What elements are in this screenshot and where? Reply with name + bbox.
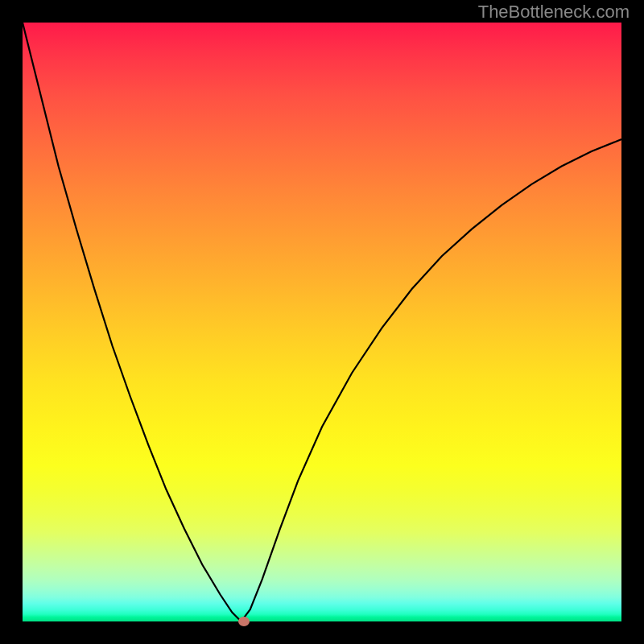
watermark-text: TheBottleneck.com bbox=[478, 2, 630, 23]
chart-plot-area bbox=[23, 23, 621, 621]
bottleneck-curve bbox=[23, 23, 621, 621]
optimal-point-marker bbox=[238, 617, 250, 626]
